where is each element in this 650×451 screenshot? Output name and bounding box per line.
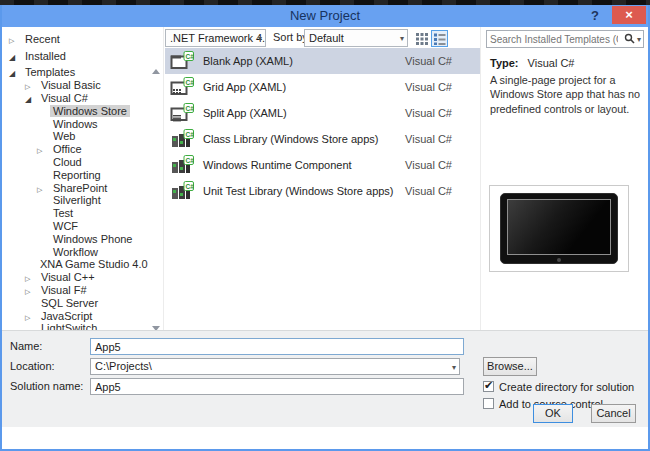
browse-button[interactable]: Browse... — [483, 357, 537, 376]
location-label: Location: — [10, 358, 55, 375]
tree-item-reporting[interactable]: Reporting — [2, 168, 150, 181]
dialog-title: New Project — [2, 5, 648, 27]
tree-item-windows-phone[interactable]: Windows Phone — [2, 232, 150, 245]
tree-item-cloud[interactable]: Cloud — [2, 156, 150, 169]
tree-item-test[interactable]: Test — [2, 207, 150, 220]
small-icons-view-icon — [415, 32, 428, 45]
chevron-collapsed-icon — [25, 310, 38, 322]
template-item-windows-runtime-component[interactable]: C# Windows Runtime Component Visual C# — [165, 152, 480, 178]
chevron-down-icon: ▾ — [258, 31, 262, 47]
tree-item-templates[interactable]: Templates — [2, 66, 150, 79]
tree-item-visual-csharp[interactable]: Visual C# — [2, 92, 150, 105]
svg-text:C#: C# — [186, 183, 195, 190]
tree-item-label: Cloud — [50, 156, 85, 168]
new-project-dialog: New Project ? × Recent Installed Templat… — [0, 5, 650, 451]
template-item-blank-app[interactable]: C# Blank App (XAML) Visual C# — [165, 48, 480, 74]
tree-item-visual-basic[interactable]: Visual Basic — [2, 79, 150, 92]
tree-item-label: JavaScript — [38, 310, 95, 322]
tree-item-label: Reporting — [50, 169, 104, 181]
close-icon: × — [625, 7, 633, 22]
tree-item-sql-server[interactable]: SQL Server — [2, 296, 150, 309]
create-directory-checkbox-row[interactable]: ✔ Create directory for solution — [483, 380, 634, 393]
unit-test-library-template-icon: C# — [170, 181, 194, 201]
template-item-grid-app[interactable]: C# Grid App (XAML) Visual C# — [165, 74, 480, 100]
dialog-footer: Name: Location: C:\Projects\ ▾ Browse...… — [2, 330, 648, 427]
sort-dropdown[interactable]: Default ▾ — [304, 29, 408, 47]
location-combo[interactable]: C:\Projects\ ▾ — [90, 358, 460, 375]
tree-item-label: Office — [50, 143, 85, 155]
svg-text:C#: C# — [186, 53, 195, 60]
template-language: Visual C# — [405, 159, 452, 171]
svg-text:C#: C# — [186, 131, 195, 138]
add-source-control-checkbox[interactable] — [483, 398, 494, 409]
tree-item-web[interactable]: Web — [2, 130, 150, 143]
tree-item-javascript[interactable]: JavaScript — [2, 309, 150, 322]
template-name: Grid App (XAML) — [203, 81, 405, 93]
name-field[interactable] — [90, 338, 464, 355]
tree-item-windows-store[interactable]: Windows Store — [2, 104, 150, 117]
cancel-button[interactable]: Cancel — [591, 404, 636, 423]
framework-dropdown[interactable]: .NET Framework 4.5 ▾ — [165, 29, 266, 47]
chevron-collapsed-icon — [25, 284, 38, 296]
help-button[interactable]: ? — [584, 5, 606, 27]
template-language: Visual C# — [405, 55, 452, 67]
tree-item-label: Templates — [22, 66, 78, 78]
template-name: Windows Runtime Component — [203, 159, 405, 171]
tree-item-xna-game-studio[interactable]: XNA Game Studio 4.0 — [2, 258, 150, 271]
name-label: Name: — [10, 338, 42, 355]
tablet-device-image — [500, 193, 618, 264]
class-library-template-icon: C# — [170, 129, 194, 149]
template-list: C# Blank App (XAML) Visual C# — [165, 48, 480, 204]
tree-item-sharepoint[interactable]: SharePoint — [2, 181, 150, 194]
template-name: Split App (XAML) — [203, 107, 405, 119]
scrollbar-up-arrow[interactable] — [152, 69, 160, 74]
template-name: Blank App (XAML) — [203, 55, 405, 67]
ok-button[interactable]: OK — [533, 404, 573, 423]
template-item-class-library[interactable]: C# Class Library (Windows Store apps) Vi… — [165, 126, 480, 152]
sidebar-item-recent[interactable]: Recent — [9, 31, 63, 47]
tree-item-label: Silverlight — [50, 194, 104, 206]
dialog-content: Recent Installed Templates Visual Basic … — [2, 27, 648, 352]
svg-text:C#: C# — [186, 79, 195, 86]
tree-item-label: WCF — [50, 220, 81, 232]
tree-item-label: Workflow — [50, 246, 101, 258]
tree-item-windows[interactable]: Windows — [2, 117, 150, 130]
tablet-screen — [507, 199, 611, 255]
tree-item-label: Web — [50, 130, 78, 142]
tree-item-label: Test — [50, 207, 76, 219]
solution-name-label: Solution name: — [10, 378, 83, 395]
create-directory-checkbox[interactable]: ✔ — [483, 381, 494, 392]
template-name: Unit Test Library (Windows Store apps) — [203, 185, 405, 197]
tree-item-wcf[interactable]: WCF — [2, 220, 150, 233]
chevron-expanded-icon — [25, 92, 38, 104]
tree-item-office[interactable]: Office — [2, 143, 150, 156]
close-button[interactable]: × — [612, 6, 646, 24]
search-input[interactable] — [490, 32, 618, 46]
tree-item-workflow[interactable]: Workflow — [2, 245, 150, 258]
template-item-split-app[interactable]: C# Split App (XAML) Visual C# — [165, 100, 480, 126]
small-icons-view-button[interactable] — [413, 30, 430, 47]
chevron-collapsed-icon — [9, 33, 22, 45]
tree-item-label: SharePoint — [50, 182, 110, 194]
search-icon-group: ▾ — [624, 33, 641, 45]
solution-name-field[interactable] — [90, 378, 464, 395]
chevron-down-icon: ▾ — [400, 31, 404, 47]
create-directory-label: Create directory for solution — [499, 381, 634, 393]
sidebar-item-installed[interactable]: Installed — [9, 48, 69, 64]
template-item-unit-test-library[interactable]: C# Unit Test Library (Windows Store apps… — [165, 178, 480, 204]
framework-dropdown-value: .NET Framework 4.5 — [170, 32, 266, 44]
title-bar[interactable]: New Project ? × — [2, 5, 648, 27]
chevron-down-icon: ▾ — [637, 35, 641, 44]
blank-app-template-icon: C# — [170, 51, 194, 71]
svg-text:C#: C# — [186, 157, 195, 164]
template-language: Visual C# — [405, 107, 452, 119]
tree-item-visual-cpp[interactable]: Visual C++ — [2, 271, 150, 284]
tree-item-visual-fsharp[interactable]: Visual F# — [2, 284, 150, 297]
grid-app-template-icon: C# — [170, 77, 194, 97]
tree-item-silverlight[interactable]: Silverlight — [2, 194, 150, 207]
list-view-button[interactable] — [431, 30, 448, 47]
tree-item-label: XNA Game Studio 4.0 — [37, 258, 150, 270]
template-language: Visual C# — [405, 81, 452, 93]
split-app-template-icon: C# — [170, 103, 194, 123]
panel-divider — [480, 27, 481, 352]
